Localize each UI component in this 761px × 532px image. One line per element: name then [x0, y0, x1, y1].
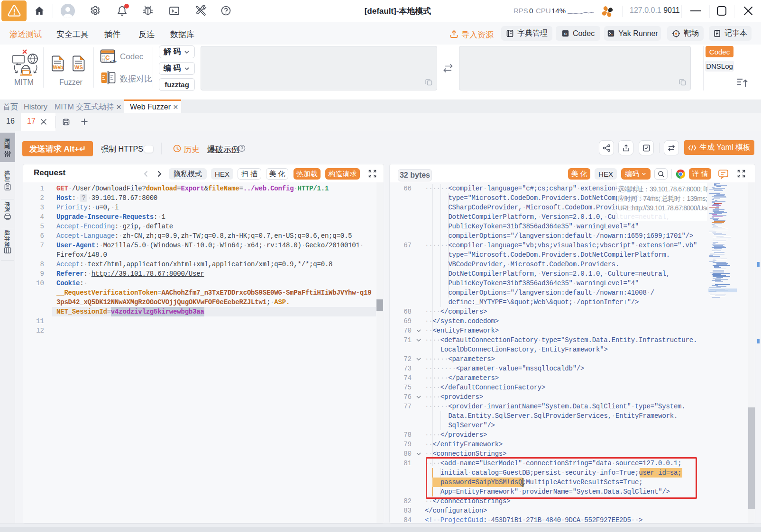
- svg-text:WS: WS: [74, 64, 83, 70]
- svg-text:c: c: [564, 31, 567, 36]
- svg-text:Web: Web: [53, 64, 64, 70]
- svg-text:C: C: [105, 54, 110, 61]
- svg-text:</>: </>: [110, 59, 117, 64]
